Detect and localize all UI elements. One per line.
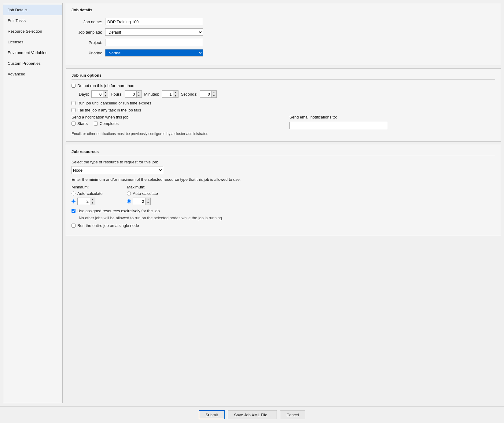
hours-input[interactable] (125, 91, 136, 97)
maximum-label: Maximum: (127, 185, 158, 189)
job-name-input[interactable] (105, 18, 203, 25)
job-run-options-title: Job run options (72, 73, 495, 80)
priority-row: Priority: Normal High Low Critical (72, 49, 495, 57)
days-up-btn[interactable]: ▲ (103, 91, 108, 94)
minutes-label: Minutes: (144, 92, 159, 97)
sidebar-item-job-details[interactable]: Job Details (3, 5, 62, 15)
minutes-down-btn[interactable]: ▼ (173, 94, 178, 97)
max-value-input[interactable] (133, 198, 145, 205)
job-name-label: Job name: (72, 20, 105, 24)
minutes-up-btn[interactable]: ▲ (173, 91, 178, 94)
cancel-button[interactable]: Cancel (280, 410, 305, 419)
days-spinbox: ▲ ▼ (91, 90, 108, 98)
max-auto-calc-label: Auto-calculate (133, 191, 158, 196)
sidebar-item-environment-variables[interactable]: Environment Variables (3, 47, 62, 58)
starts-row: Starts (72, 121, 88, 126)
sidebar-item-licenses[interactable]: Licenses (3, 37, 62, 47)
job-template-row: Job template: Default Custom (72, 28, 495, 36)
min-down-btn[interactable]: ▼ (90, 201, 95, 205)
job-template-label: Job template: (72, 30, 105, 35)
starts-label: Starts (77, 121, 88, 126)
completes-row: Completes (94, 121, 119, 126)
min-auto-calc-label: Auto-calculate (77, 191, 102, 196)
hours-label: Hours: (111, 92, 122, 97)
seconds-input[interactable] (200, 91, 211, 97)
hours-spinbox: ▲ ▼ (125, 90, 142, 98)
max-up-btn[interactable]: ▲ (145, 198, 150, 201)
job-details-title: Job details (72, 8, 495, 14)
fail-job-label: Fail the job if any task in the job fail… (77, 108, 141, 112)
resource-type-row: Select the type of resource to request f… (72, 160, 495, 174)
do-not-run-label: Do not run this job for more than: (77, 83, 135, 88)
time-limits-row: Days: ▲ ▼ Hours: ▲ ▼ Minutes: (79, 90, 495, 98)
resource-type-select[interactable]: Node Core Socket GPU (72, 166, 163, 174)
notification-right: Send email notifications to: (289, 115, 495, 129)
email-note: Email, or other notifications must be pr… (72, 132, 495, 136)
single-node-label: Run the entire job on a single node (77, 223, 139, 228)
completes-checkbox[interactable] (94, 122, 98, 126)
save-xml-button[interactable]: Save Job XML File... (228, 410, 277, 419)
min-up-btn[interactable]: ▲ (90, 198, 95, 201)
project-input[interactable] (105, 39, 203, 46)
email-input[interactable] (289, 122, 387, 129)
notification-checkboxes: Starts Completes (72, 121, 277, 128)
do-not-run-checkbox[interactable] (72, 84, 75, 88)
max-auto-calc-radio[interactable] (127, 191, 131, 195)
max-spinbox: ▲ ▼ (133, 198, 151, 205)
email-section-label: Send email notifications to: (289, 115, 495, 119)
do-not-run-row: Do not run this job for more than: (72, 83, 495, 88)
fail-job-checkbox[interactable] (72, 108, 75, 112)
use-exclusively-checkbox[interactable] (72, 209, 75, 213)
min-auto-calc-row: Auto-calculate (72, 191, 102, 196)
submit-button[interactable]: Submit (199, 410, 224, 419)
use-exclusively-label: Use assigned resources exclusively for t… (77, 209, 160, 213)
completes-label: Completes (100, 121, 119, 126)
notification-section: Send a notification when this job: Start… (72, 115, 495, 129)
days-input[interactable] (92, 91, 103, 97)
starts-checkbox[interactable] (72, 122, 75, 126)
seconds-spinbox: ▲ ▼ (200, 90, 217, 98)
max-down-btn[interactable]: ▼ (145, 201, 150, 205)
priority-select[interactable]: Normal High Low Critical (105, 49, 203, 57)
bottom-bar: Submit Save Job XML File... Cancel (0, 406, 504, 423)
content-area: Job details Job name: Job template: Defa… (66, 3, 501, 403)
sidebar-item-custom-properties[interactable]: Custom Properties (3, 58, 62, 69)
hours-up-btn[interactable]: ▲ (137, 91, 142, 94)
job-resources-title: Job resources (72, 149, 495, 156)
notification-label: Send a notification when this job: (72, 115, 277, 119)
project-label: Project: (72, 40, 105, 45)
hours-down-btn[interactable]: ▼ (137, 94, 142, 97)
min-max-row: Minimum: Auto-calculate ▲ ▼ (72, 185, 495, 205)
minutes-input[interactable] (162, 91, 173, 97)
single-node-row: Run the entire job on a single node (72, 223, 495, 228)
sidebar-item-advanced[interactable]: Advanced (3, 69, 62, 79)
run-until-cancelled-checkbox[interactable] (72, 101, 75, 105)
project-row: Project: (72, 39, 495, 46)
min-spinbox-row: ▲ ▼ (72, 198, 102, 205)
priority-label: Priority: (72, 51, 105, 55)
single-node-checkbox[interactable] (72, 224, 75, 228)
job-name-row: Job name: (72, 18, 495, 25)
run-until-cancelled-row: Run job until cancelled or run time expi… (72, 101, 495, 105)
job-details-panel: Job details Job name: Job template: Defa… (66, 3, 501, 65)
min-value-radio[interactable] (72, 199, 75, 203)
seconds-up-btn[interactable]: ▲ (212, 91, 216, 94)
min-value-input[interactable] (78, 198, 90, 205)
max-spinbox-row: ▲ ▼ (127, 198, 158, 205)
sidebar-item-resource-selection[interactable]: Resource Selection (3, 26, 62, 37)
max-value-radio[interactable] (127, 199, 131, 203)
maximum-col: Maximum: Auto-calculate ▲ ▼ (127, 185, 158, 205)
minutes-spinbox: ▲ ▼ (162, 90, 178, 98)
run-until-cancelled-label: Run job until cancelled or run time expi… (77, 101, 151, 105)
min-auto-calc-radio[interactable] (72, 191, 75, 195)
days-down-btn[interactable]: ▼ (103, 94, 108, 97)
sidebar-item-edit-tasks[interactable]: Edit Tasks (3, 15, 62, 26)
days-label: Days: (79, 92, 89, 97)
job-resources-panel: Job resources Select the type of resourc… (66, 145, 501, 236)
minimum-label: Minimum: (72, 185, 102, 189)
job-template-select[interactable]: Default Custom (105, 28, 203, 36)
job-run-options-panel: Job run options Do not run this job for … (66, 68, 501, 142)
use-exclusively-note: No other jobs will be allowed to run on … (79, 216, 495, 220)
sidebar: Job Details Edit Tasks Resource Selectio… (3, 3, 63, 403)
seconds-down-btn[interactable]: ▼ (212, 94, 216, 97)
